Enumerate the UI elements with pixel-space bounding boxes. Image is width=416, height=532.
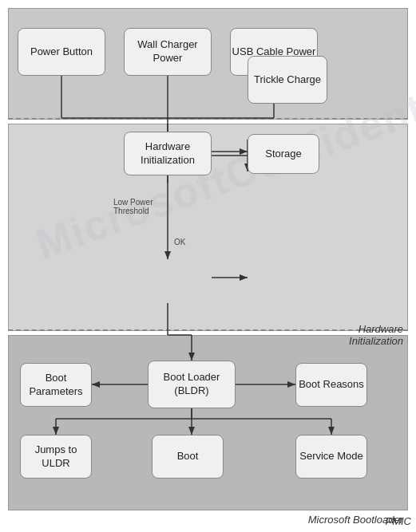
service-mode-box: Service Mode: [295, 435, 367, 479]
hardware-init-box: Hardware Initialization: [124, 132, 212, 175]
low-power-label: Low PowerThreshold: [113, 198, 153, 215]
boot-reasons-box: Boot Reasons: [295, 363, 367, 407]
ok-label: OK: [174, 238, 185, 246]
boot-params-box: Boot Parameters: [20, 363, 92, 407]
trickle-charge-box: Trickle Charge: [248, 56, 327, 104]
boot-box: Boot: [152, 435, 224, 479]
hw-init-label: HardwareInitialization: [349, 323, 403, 347]
bootloader-label: Microsoft Bootloader: [308, 514, 403, 526]
hw-divider: [8, 329, 408, 331]
wall-charger-box: Wall Charger Power: [124, 28, 212, 76]
pmic-divider: [8, 118, 408, 120]
power-button-box: Power Button: [18, 28, 105, 76]
bldr-box: Boot Loader (BLDR): [148, 361, 236, 408]
diagram-container: MicrosoftConfidential: [0, 0, 416, 532]
storage-box: Storage: [248, 134, 319, 174]
jumps-uldr-box: Jumps to ULDR: [20, 435, 92, 479]
